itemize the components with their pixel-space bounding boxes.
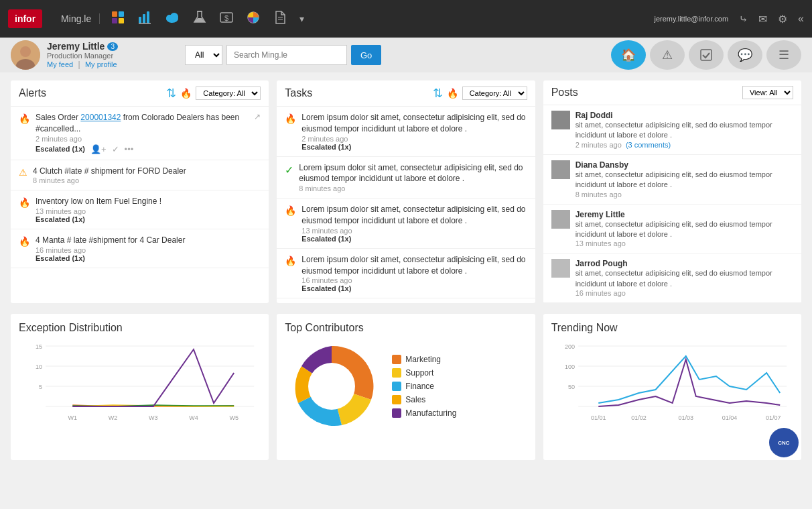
my-feed-link[interactable]: My feed	[47, 60, 73, 68]
nav-cloud-icon[interactable]	[164, 10, 180, 28]
nav-dollar-icon[interactable]: $	[219, 10, 234, 28]
svg-text:5: 5	[39, 384, 42, 390]
tasks-flame-icon[interactable]: 🔥	[447, 88, 458, 99]
alert-flame-icon: 🔥	[19, 197, 30, 208]
alert-time: 8 minutes ago	[33, 176, 261, 184]
donut-chart	[285, 339, 379, 433]
svg-text:$: $	[224, 14, 228, 22]
task-item: 🔥 Lorem ipsum dolor sit amet, consectetu…	[277, 249, 535, 299]
tab-alerts[interactable]: ⚠	[650, 40, 685, 70]
task-text: Lorem ipsum dolor sit amet, consectetur …	[301, 254, 527, 293]
svg-text:01/07: 01/07	[766, 414, 781, 421]
contributors-layout: Marketing Support Finance Sales Manufact…	[285, 339, 527, 433]
search-filter-select[interactable]: All	[185, 45, 222, 65]
task-item: 🔥 Lorem ipsum dolor sit amet, consectetu…	[277, 199, 535, 249]
user-links: My feed | My profile	[47, 60, 118, 69]
task-flame-icon: 🔥	[285, 256, 296, 266]
svg-rect-3	[119, 18, 124, 23]
search-go-button[interactable]: Go	[351, 45, 381, 65]
bottom-section: Exception Distribution 15 10 5 W1 W2 W3 …	[0, 306, 812, 460]
task-time: 8 minutes ago	[299, 184, 527, 192]
post-content: Jeremy Little sit amet, consectetur adip…	[576, 210, 793, 248]
svg-text:01/03: 01/03	[678, 414, 693, 421]
task-escalated: Escalated (1x)	[301, 235, 527, 243]
user-badge: 3	[107, 42, 118, 51]
avatar	[11, 40, 40, 70]
search-controls: All Go	[185, 45, 381, 65]
svg-text:01/04: 01/04	[722, 414, 737, 421]
svg-rect-5	[143, 14, 145, 23]
nav-chart-icon[interactable]	[137, 10, 152, 28]
tab-home[interactable]: 🏠	[611, 40, 646, 70]
alerts-title: Alerts	[19, 87, 46, 99]
tasks-sort-icon[interactable]: ⇅	[433, 86, 443, 101]
legend-item-sales: Sales	[392, 395, 456, 404]
my-profile-link[interactable]: My profile	[85, 60, 117, 68]
alerts-category-select[interactable]: Category: All	[196, 87, 261, 100]
nav-share-icon[interactable]: ⤷	[739, 13, 748, 25]
alert-escalated: Escalated (1x)	[36, 254, 261, 262]
alert-order-link[interactable]: 200001342	[80, 113, 121, 122]
alert-title: 4 Manta # late #shipment for 4 Car Deale…	[36, 235, 261, 246]
alert-text: 4 Clutch #late # shipment for FORD Deale…	[33, 166, 261, 185]
alert-check-icon[interactable]: ✓	[112, 144, 119, 154]
post-avatar	[551, 210, 570, 229]
tab-tasks[interactable]	[689, 40, 724, 70]
post-content: Raj Doddi sit amet, consectetur adipisic…	[576, 111, 793, 149]
tasks-controls: ⇅ 🔥 Category: All	[433, 86, 527, 101]
tab-posts[interactable]: 💬	[728, 40, 762, 70]
alert-assign-icon[interactable]: 👤+	[90, 144, 107, 154]
tab-list[interactable]: ☰	[766, 40, 801, 70]
nav-gear-icon[interactable]: ⚙	[778, 13, 787, 25]
alerts-flame-icon[interactable]: 🔥	[180, 88, 192, 99]
alert-flame-icon: 🔥	[19, 236, 30, 247]
svg-rect-1	[119, 11, 124, 17]
post-author: Diana Dansby	[576, 160, 793, 170]
nav-collapse-icon[interactable]: «	[798, 13, 804, 25]
post-comments[interactable]: (3 comments)	[626, 141, 671, 149]
svg-point-18	[20, 46, 31, 57]
post-item: Jarrod Pough sit amet, consectetur adipi…	[543, 253, 801, 303]
svg-text:01/02: 01/02	[631, 414, 647, 421]
post-content: Jarrod Pough sit amet, consectetur adipi…	[576, 259, 793, 297]
nav-pie-icon[interactable]	[246, 10, 261, 28]
nav-apps-icon[interactable]	[111, 10, 125, 28]
nav-file-icon[interactable]	[273, 10, 287, 28]
tasks-category-select[interactable]: Category: All	[462, 87, 527, 100]
alerts-controls: ⇅ 🔥 Category: All	[166, 86, 261, 101]
alert-more-icon[interactable]: •••	[125, 144, 134, 154]
nav-right-controls: jeremy.little@infor.com ⤷ ✉ ⚙ «	[654, 13, 804, 25]
trending-chart: 200 100 50 01/01 01/02 01/03 01/04 01/07	[551, 339, 793, 437]
exception-chart-title: Exception Distribution	[19, 322, 261, 334]
tasks-panel: Tasks ⇅ 🔥 Category: All 🔥 Lorem ipsum do…	[277, 80, 535, 303]
task-flame-icon: 🔥	[285, 113, 296, 124]
tasks-title: Tasks	[285, 87, 312, 99]
task-title: Lorem ipsum dolor sit amet, consectetur …	[299, 162, 527, 185]
post-avatar	[551, 259, 570, 278]
post-author: Jarrod Pough	[576, 259, 793, 268]
alert-text: 4 Manta # late #shipment for 4 Car Deale…	[36, 235, 261, 262]
contributors-chart-title: Top Contributors	[285, 322, 527, 334]
legend-color-manufacturing	[392, 408, 401, 418]
user-title: Production Manager	[47, 52, 118, 60]
svg-rect-0	[112, 11, 117, 17]
alerts-sort-icon[interactable]: ⇅	[166, 86, 176, 101]
nav-flask-icon[interactable]	[192, 10, 207, 28]
posts-view-select[interactable]: View: All	[742, 86, 793, 99]
user-details: Jeremy Little 3 Production Manager My fe…	[47, 41, 118, 69]
svg-text:W3: W3	[149, 414, 158, 421]
task-item: 🔥 Lorem ipsum dolor sit amet, consectetu…	[277, 107, 535, 157]
task-title: Lorem ipsum dolor sit amet, consectetur …	[301, 254, 527, 277]
top-navigation: infor Ming.le	[0, 0, 812, 38]
alert-escalated: Escalated (1x)	[36, 215, 261, 223]
nav-mail-icon[interactable]: ✉	[758, 13, 767, 25]
alert-flame-icon: 🔥	[19, 113, 30, 124]
alert-export-icon[interactable]: ↗	[254, 112, 261, 121]
exception-distribution-panel: Exception Distribution 15 10 5 W1 W2 W3 …	[11, 314, 269, 460]
nav-dropdown-icon[interactable]: ▾	[299, 13, 304, 24]
task-time: 16 minutes ago	[301, 276, 527, 284]
svg-text:W1: W1	[68, 414, 78, 421]
search-input[interactable]	[226, 45, 347, 65]
alert-item: 🔥 Inventory low on Item Fuel Engine ! 13…	[11, 190, 269, 229]
user-email-label: jeremy.little@infor.com	[654, 15, 728, 23]
